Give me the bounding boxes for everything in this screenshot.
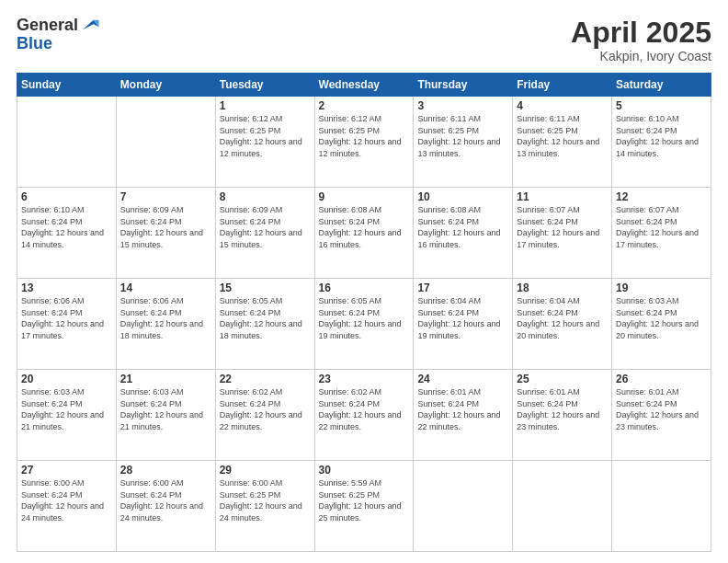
col-monday: Monday (116, 74, 215, 97)
day-info: Sunrise: 6:01 AMSunset: 6:24 PMDaylight:… (616, 386, 707, 432)
day-number: 13 (21, 282, 112, 294)
logo-blue: Blue (17, 35, 100, 53)
day-number: 19 (616, 282, 707, 294)
day-info: Sunrise: 6:04 AMSunset: 6:24 PMDaylight:… (417, 295, 508, 341)
day-number: 30 (319, 464, 410, 477)
col-saturday: Saturday (612, 74, 711, 97)
day-number: 12 (616, 190, 707, 203)
calendar-week-4: 27Sunrise: 6:00 AMSunset: 6:24 PMDayligh… (17, 461, 711, 552)
logo-general: General (17, 17, 78, 35)
day-number: 6 (21, 190, 112, 203)
day-number: 17 (417, 282, 508, 294)
table-row: 27Sunrise: 6:00 AMSunset: 6:24 PMDayligh… (17, 461, 117, 552)
day-info: Sunrise: 6:09 AMSunset: 6:24 PMDaylight:… (120, 204, 211, 250)
table-row: 8Sunrise: 6:09 AMSunset: 6:24 PMDaylight… (215, 188, 314, 279)
day-info: Sunrise: 6:00 AMSunset: 6:24 PMDaylight:… (120, 477, 211, 523)
col-thursday: Thursday (414, 74, 513, 97)
day-number: 8 (220, 190, 311, 203)
day-info: Sunrise: 6:08 AMSunset: 6:24 PMDaylight:… (319, 204, 410, 250)
month-title: April 2025 (571, 17, 711, 49)
day-number: 15 (220, 282, 311, 294)
table-row: 29Sunrise: 6:00 AMSunset: 6:25 PMDayligh… (215, 461, 314, 552)
day-number: 25 (517, 373, 608, 385)
table-row: 22Sunrise: 6:02 AMSunset: 6:24 PMDayligh… (215, 370, 314, 461)
table-row: 23Sunrise: 6:02 AMSunset: 6:24 PMDayligh… (314, 370, 414, 461)
table-row: 14Sunrise: 6:06 AMSunset: 6:24 PMDayligh… (116, 279, 215, 370)
calendar-week-1: 6Sunrise: 6:10 AMSunset: 6:24 PMDaylight… (17, 188, 711, 279)
calendar-week-2: 13Sunrise: 6:06 AMSunset: 6:24 PMDayligh… (17, 279, 711, 370)
day-number: 27 (21, 464, 112, 477)
day-info: Sunrise: 6:12 AMSunset: 6:25 PMDaylight:… (319, 113, 410, 159)
day-info: Sunrise: 6:05 AMSunset: 6:24 PMDaylight:… (220, 295, 311, 341)
day-info: Sunrise: 6:11 AMSunset: 6:25 PMDaylight:… (517, 113, 608, 159)
col-wednesday: Wednesday (314, 74, 414, 97)
day-info: Sunrise: 6:06 AMSunset: 6:24 PMDaylight:… (120, 295, 211, 341)
day-info: Sunrise: 6:00 AMSunset: 6:24 PMDaylight:… (21, 477, 112, 523)
day-info: Sunrise: 6:03 AMSunset: 6:24 PMDaylight:… (21, 386, 112, 432)
table-row: 10Sunrise: 6:08 AMSunset: 6:24 PMDayligh… (414, 188, 513, 279)
day-number: 14 (120, 282, 211, 294)
day-number: 4 (517, 99, 608, 112)
table-row: 12Sunrise: 6:07 AMSunset: 6:24 PMDayligh… (612, 188, 711, 279)
table-row: 30Sunrise: 5:59 AMSunset: 6:25 PMDayligh… (314, 461, 414, 552)
day-number: 26 (616, 373, 707, 385)
title-block: April 2025 Kakpin, Ivory Coast (571, 17, 711, 63)
table-row: 19Sunrise: 6:03 AMSunset: 6:24 PMDayligh… (612, 279, 711, 370)
day-info: Sunrise: 6:00 AMSunset: 6:25 PMDaylight:… (220, 477, 311, 523)
day-number: 1 (220, 99, 311, 112)
table-row (116, 97, 215, 188)
day-info: Sunrise: 6:04 AMSunset: 6:24 PMDaylight:… (517, 295, 608, 341)
day-info: Sunrise: 6:01 AMSunset: 6:24 PMDaylight:… (417, 386, 508, 432)
day-number: 28 (120, 464, 211, 477)
day-number: 7 (120, 190, 211, 203)
header: General Blue April 2025 Kakpin, Ivory Co… (17, 17, 711, 63)
day-number: 18 (517, 282, 608, 294)
day-number: 21 (120, 373, 211, 385)
day-number: 20 (21, 373, 112, 385)
table-row: 28Sunrise: 6:00 AMSunset: 6:24 PMDayligh… (116, 461, 215, 552)
col-tuesday: Tuesday (215, 74, 314, 97)
table-row: 6Sunrise: 6:10 AMSunset: 6:24 PMDaylight… (17, 188, 117, 279)
day-info: Sunrise: 6:02 AMSunset: 6:24 PMDaylight:… (220, 386, 311, 432)
logo-icon (80, 15, 100, 35)
day-info: Sunrise: 6:06 AMSunset: 6:24 PMDaylight:… (21, 295, 112, 341)
calendar-table: Sunday Monday Tuesday Wednesday Thursday… (17, 73, 711, 552)
table-row: 9Sunrise: 6:08 AMSunset: 6:24 PMDaylight… (314, 188, 414, 279)
table-row (17, 97, 117, 188)
day-number: 2 (319, 99, 410, 112)
table-row: 2Sunrise: 6:12 AMSunset: 6:25 PMDaylight… (314, 97, 414, 188)
day-info: Sunrise: 6:03 AMSunset: 6:24 PMDaylight:… (120, 386, 211, 432)
table-row: 4Sunrise: 6:11 AMSunset: 6:25 PMDaylight… (513, 97, 612, 188)
day-number: 9 (319, 190, 410, 203)
day-info: Sunrise: 6:05 AMSunset: 6:24 PMDaylight:… (319, 295, 410, 341)
table-row: 13Sunrise: 6:06 AMSunset: 6:24 PMDayligh… (17, 279, 117, 370)
day-number: 29 (220, 464, 311, 477)
calendar-week-0: 1Sunrise: 6:12 AMSunset: 6:25 PMDaylight… (17, 97, 711, 188)
table-row: 3Sunrise: 6:11 AMSunset: 6:25 PMDaylight… (414, 97, 513, 188)
table-row (513, 461, 612, 552)
table-row: 18Sunrise: 6:04 AMSunset: 6:24 PMDayligh… (513, 279, 612, 370)
table-row: 25Sunrise: 6:01 AMSunset: 6:24 PMDayligh… (513, 370, 612, 461)
table-row: 16Sunrise: 6:05 AMSunset: 6:24 PMDayligh… (314, 279, 414, 370)
calendar-header-row: Sunday Monday Tuesday Wednesday Thursday… (17, 74, 711, 97)
table-row: 20Sunrise: 6:03 AMSunset: 6:24 PMDayligh… (17, 370, 117, 461)
table-row: 5Sunrise: 6:10 AMSunset: 6:24 PMDaylight… (612, 97, 711, 188)
day-info: Sunrise: 6:11 AMSunset: 6:25 PMDaylight:… (417, 113, 508, 159)
day-number: 22 (220, 373, 311, 385)
col-friday: Friday (513, 74, 612, 97)
day-info: Sunrise: 6:07 AMSunset: 6:24 PMDaylight:… (616, 204, 707, 250)
location: Kakpin, Ivory Coast (571, 49, 711, 63)
day-info: Sunrise: 5:59 AMSunset: 6:25 PMDaylight:… (319, 477, 410, 523)
table-row: 24Sunrise: 6:01 AMSunset: 6:24 PMDayligh… (414, 370, 513, 461)
table-row: 1Sunrise: 6:12 AMSunset: 6:25 PMDaylight… (215, 97, 314, 188)
day-number: 23 (319, 373, 410, 385)
table-row: 7Sunrise: 6:09 AMSunset: 6:24 PMDaylight… (116, 188, 215, 279)
day-info: Sunrise: 6:09 AMSunset: 6:24 PMDaylight:… (220, 204, 311, 250)
table-row: 17Sunrise: 6:04 AMSunset: 6:24 PMDayligh… (414, 279, 513, 370)
day-number: 3 (417, 99, 508, 112)
table-row: 15Sunrise: 6:05 AMSunset: 6:24 PMDayligh… (215, 279, 314, 370)
table-row (612, 461, 711, 552)
day-number: 11 (517, 190, 608, 203)
table-row: 26Sunrise: 6:01 AMSunset: 6:24 PMDayligh… (612, 370, 711, 461)
day-number: 5 (616, 99, 707, 112)
